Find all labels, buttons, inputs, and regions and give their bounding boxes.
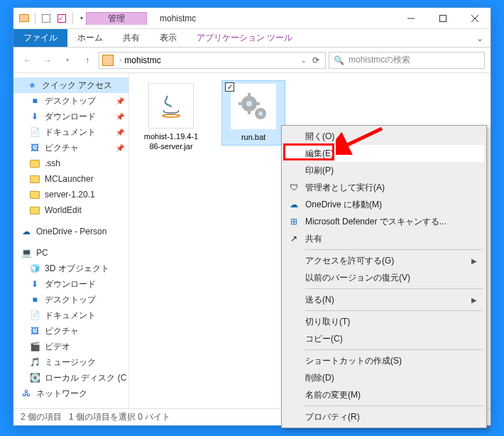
pin-icon: 📌 [116, 129, 124, 136]
maximize-button[interactable] [427, 8, 459, 28]
sidebar-item-pictures-pc[interactable]: 🖼ピクチャ [13, 323, 128, 339]
sidebar-onedrive[interactable]: ☁OneDrive - Person [13, 224, 128, 239]
menu-rename[interactable]: 名前の変更(M) [284, 386, 484, 403]
defender-icon: ⊞ [288, 216, 300, 227]
up-button[interactable]: ↑ [79, 52, 96, 69]
tab-home[interactable]: ホーム [67, 29, 113, 47]
sidebar-item-pictures[interactable]: 🖼ピクチャ📌 [13, 140, 128, 156]
document-icon: 📄 [29, 126, 40, 138]
menu-separator [305, 405, 483, 406]
sidebar-item-documents[interactable]: 📄ドキュメント📌 [13, 124, 128, 140]
file-label: run.bat [241, 132, 265, 142]
close-button[interactable] [459, 8, 491, 28]
folder-icon [29, 189, 40, 200]
tab-share[interactable]: 共有 [113, 29, 150, 47]
menu-separator [305, 288, 483, 289]
sidebar-item-mclauncher[interactable]: MCLauncher [13, 171, 128, 187]
video-icon: 🎬 [29, 341, 40, 352]
menu-print[interactable]: 印刷(P) [284, 162, 484, 179]
breadcrumb-folder[interactable]: mohistmc [124, 55, 160, 65]
menu-run-admin[interactable]: 🛡管理者として実行(A) [284, 179, 484, 196]
menu-shortcut[interactable]: ショートカットの作成(S) [284, 352, 484, 369]
disk-icon: 💽 [29, 372, 40, 383]
menu-access[interactable]: アクセスを許可する(G)▶ [284, 252, 484, 269]
forward-button[interactable]: → [39, 52, 56, 69]
recent-dropdown-icon[interactable]: ▾ [59, 52, 76, 69]
tab-app-tools[interactable]: アプリケーション ツール [187, 29, 302, 47]
file-label: mohist-1.19.4-186-server.jar [142, 131, 200, 152]
sidebar-item-documents-pc[interactable]: 📄ドキュメント [13, 307, 128, 323]
download-icon: ⬇ [29, 278, 40, 290]
sidebar-network[interactable]: 🖧ネットワーク [13, 386, 128, 401]
submenu-arrow-icon: ▶ [471, 257, 477, 265]
sidebar-item-downloads[interactable]: ⬇ダウンロード📌 [13, 109, 128, 124]
shield-icon: 🛡 [288, 182, 300, 193]
context-menu: 開く(O) 編集(E) 印刷(P) 🛡管理者として実行(A) ☁OneDrive… [281, 125, 487, 428]
checkbox-icon[interactable]: ✓ [225, 82, 234, 92]
desktop-icon: ■ [29, 95, 40, 107]
menu-open[interactable]: 開く(O) [284, 128, 484, 145]
sidebar-item-3d[interactable]: 🧊3D オブジェクト [13, 261, 128, 276]
menu-separator [305, 249, 483, 250]
svg-point-8 [258, 111, 263, 116]
document-icon: 📄 [29, 310, 40, 321]
window-title: mohistmc [147, 12, 209, 25]
file-item-bat[interactable]: ✓ run.bat [221, 80, 285, 146]
sidebar-item-desktop-pc[interactable]: ■デスクトップ [13, 292, 128, 307]
sidebar-item-video[interactable]: 🎬ビデオ [13, 339, 128, 354]
desktop-icon: ■ [29, 294, 40, 305]
sidebar-item-localdisk[interactable]: 💽ローカル ディスク (C [13, 370, 128, 386]
menu-copy[interactable]: コピー(C) [284, 330, 484, 347]
music-icon: 🎵 [29, 356, 40, 368]
menu-properties[interactable]: プロパティ(R) [284, 408, 484, 425]
menu-send-to[interactable]: 送る(N)▶ [284, 291, 484, 308]
share-icon: ↗ [288, 233, 300, 244]
address-folder-icon [102, 55, 114, 66]
navigation-bar: ← → ▾ ↑ › mohistmc ⌄ ⟳ 🔍 mohistmcの検索 [13, 48, 491, 73]
sidebar-pc[interactable]: 💻PC [13, 245, 128, 261]
sidebar-item-worldedit[interactable]: WorldEdit [13, 202, 128, 218]
sidebar-item-server[interactable]: server-1.20.1 [13, 187, 128, 202]
management-tab[interactable]: 管理 [86, 12, 147, 25]
tab-file[interactable]: ファイル [13, 29, 67, 47]
sidebar-item-music[interactable]: 🎵ミュージック [13, 354, 128, 370]
folder-app-icon [18, 12, 31, 25]
pin-icon: 📌 [116, 144, 124, 152]
menu-delete[interactable]: 削除(D) [284, 369, 484, 386]
star-icon: ★ [26, 80, 38, 91]
menu-onedrive-move[interactable]: ☁OneDrive に移動(M) [284, 196, 484, 213]
svg-point-6 [246, 101, 252, 107]
qat-dropdown-icon[interactable]: ▾ [77, 15, 86, 21]
sidebar-item-desktop[interactable]: ■デスクトップ📌 [13, 93, 128, 109]
menu-share[interactable]: ↗共有 [284, 230, 484, 247]
bat-icon [231, 84, 276, 129]
address-dropdown-icon[interactable]: ⌄ [298, 57, 309, 64]
search-box[interactable]: 🔍 mohistmcの検索 [329, 52, 485, 69]
minimize-button[interactable] [395, 8, 427, 28]
qat-properties-icon[interactable] [40, 12, 53, 25]
sidebar-item-ssh[interactable]: .ssh [13, 156, 128, 171]
picture-icon: 🖼 [29, 325, 40, 337]
menu-defender-scan[interactable]: ⊞Microsoft Defender でスキャンする... [284, 213, 484, 230]
ribbon-expand-icon[interactable]: ⌄ [469, 29, 491, 47]
3d-icon: 🧊 [29, 263, 40, 274]
back-button[interactable]: ← [19, 52, 36, 69]
item-count: 2 個の項目 [21, 411, 62, 423]
submenu-arrow-icon: ▶ [471, 296, 477, 304]
menu-restore[interactable]: 以前のバージョンの復元(V) [284, 269, 484, 286]
pc-icon: 💻 [21, 247, 32, 258]
refresh-icon[interactable]: ⟳ [309, 55, 322, 65]
breadcrumb-separator-icon[interactable]: › [116, 56, 124, 64]
menu-cut[interactable]: 切り取り(T) [284, 313, 484, 330]
address-bar[interactable]: › mohistmc ⌄ ⟳ [99, 52, 326, 69]
sidebar-quick-access[interactable]: ★ クイック アクセス [13, 77, 128, 93]
menu-separator [305, 349, 483, 350]
sidebar-item-downloads-pc[interactable]: ⬇ダウンロード [13, 276, 128, 292]
file-item-jar[interactable]: mohist-1.19.4-186-server.jar [139, 80, 203, 155]
qat-checkbox-icon[interactable]: ✓ [55, 12, 68, 25]
tab-view[interactable]: 表示 [150, 29, 187, 47]
menu-edit[interactable]: 編集(E) [284, 145, 484, 162]
pin-icon: 📌 [116, 113, 124, 121]
selection-info: 1 個の項目を選択 0 バイト [69, 411, 170, 423]
navigation-pane[interactable]: ★ クイック アクセス ■デスクトップ📌 ⬇ダウンロード📌 📄ドキュメント📌 🖼… [13, 73, 129, 408]
